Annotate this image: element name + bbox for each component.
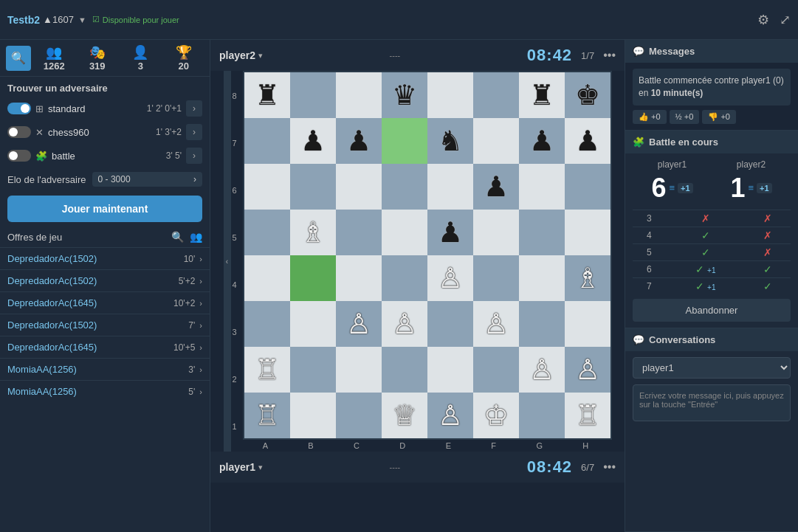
board-cell[interactable] bbox=[473, 118, 519, 164]
board-cell[interactable]: ♙ bbox=[565, 347, 610, 393]
board-cell[interactable]: ♗ bbox=[290, 210, 336, 255]
abandon-button[interactable]: Abandonner bbox=[633, 299, 791, 322]
board-cell[interactable] bbox=[290, 255, 336, 301]
conversations-player-select[interactable]: player1 bbox=[633, 357, 791, 379]
board-cell[interactable] bbox=[336, 72, 382, 118]
board-cell[interactable] bbox=[519, 255, 565, 301]
board-cell[interactable] bbox=[244, 301, 290, 347]
board-cell[interactable] bbox=[519, 393, 565, 438]
board-cell[interactable] bbox=[427, 301, 473, 347]
board-cell[interactable]: ♖ bbox=[244, 393, 290, 438]
board-cell[interactable]: ♖ bbox=[244, 347, 290, 393]
board-cell[interactable]: ♙ bbox=[519, 347, 565, 393]
board-cell[interactable] bbox=[427, 164, 473, 210]
board-cell[interactable] bbox=[473, 255, 519, 301]
board-cell[interactable]: ♟ bbox=[336, 118, 382, 164]
chess960-expand-button[interactable]: › bbox=[186, 124, 202, 140]
board-cell[interactable] bbox=[290, 301, 336, 347]
board-cell[interactable]: ♟ bbox=[519, 118, 565, 164]
search-button[interactable]: 🔍 bbox=[6, 46, 31, 71]
vote-dislike-button[interactable]: 👎 +0 bbox=[702, 110, 736, 124]
board-cell[interactable]: ♙ bbox=[382, 301, 427, 347]
toggle-chess960[interactable] bbox=[7, 126, 31, 138]
board-cell[interactable] bbox=[290, 347, 336, 393]
bottom-menu-dots[interactable]: ••• bbox=[603, 460, 616, 474]
board-cell[interactable]: ♙ bbox=[427, 255, 473, 301]
board-cell[interactable] bbox=[519, 210, 565, 255]
board-cell[interactable]: ♚ bbox=[565, 72, 610, 118]
board-cell[interactable]: ♙ bbox=[473, 301, 519, 347]
top-menu-dots[interactable]: ••• bbox=[603, 49, 616, 62]
offers-add-icon[interactable]: 👥 bbox=[190, 231, 202, 243]
standard-expand-button[interactable]: › bbox=[186, 100, 202, 117]
board-cell[interactable] bbox=[382, 255, 427, 301]
board-cell[interactable] bbox=[244, 255, 290, 301]
stat-trophies[interactable]: 🏆 20 bbox=[164, 44, 204, 72]
offer-row-0[interactable]: DepredadorAc(1502) 10' › bbox=[0, 247, 210, 269]
board-cell[interactable]: ♟ bbox=[473, 164, 519, 210]
player-bottom-dropdown-icon[interactable]: ▾ bbox=[258, 463, 263, 472]
board-cell[interactable] bbox=[290, 164, 336, 210]
offer-row-1[interactable]: DepredadorAc(1502) 5'+2 › bbox=[0, 269, 210, 291]
offer-row-4[interactable]: DepredadorAc(1645) 10'+5 › bbox=[0, 336, 210, 358]
conversations-input[interactable]: Ecrivez votre message ici, puis appuyez … bbox=[633, 384, 791, 421]
board-cell[interactable]: ♛ bbox=[382, 72, 427, 118]
stat-puzzles[interactable]: 🎭 319 bbox=[78, 44, 118, 72]
gear-icon[interactable]: ⚙ bbox=[757, 12, 769, 28]
vote-like-button[interactable]: 👍 +0 bbox=[633, 110, 667, 124]
board-cell[interactable] bbox=[473, 347, 519, 393]
minimize-handle[interactable]: ‹ bbox=[224, 71, 231, 452]
board-cell[interactable] bbox=[565, 164, 610, 210]
board-cell[interactable]: ♜ bbox=[519, 72, 565, 118]
board-cell[interactable]: ♟ bbox=[290, 118, 336, 164]
board-cell[interactable]: ♟ bbox=[565, 118, 610, 164]
board-cell[interactable]: ♙ bbox=[427, 393, 473, 438]
board-cell[interactable] bbox=[519, 301, 565, 347]
board-cell[interactable] bbox=[382, 210, 427, 255]
board-cell[interactable] bbox=[290, 393, 336, 438]
board-cell[interactable] bbox=[382, 164, 427, 210]
vote-half-button[interactable]: ½ +0 bbox=[670, 110, 700, 124]
board-cell[interactable] bbox=[519, 164, 565, 210]
board-cell[interactable]: ♔ bbox=[473, 393, 519, 438]
board-cell[interactable] bbox=[290, 72, 336, 118]
offer-row-3[interactable]: DepredadorAc(1502) 7' › bbox=[0, 314, 210, 336]
board-cell[interactable] bbox=[336, 255, 382, 301]
board-cell[interactable] bbox=[565, 301, 610, 347]
board-cell[interactable] bbox=[336, 210, 382, 255]
stat-followers[interactable]: 👤 3 bbox=[120, 44, 161, 72]
board-cell[interactable]: ♕ bbox=[382, 393, 427, 438]
offers-search-icon[interactable]: 🔍 bbox=[171, 231, 184, 243]
board-cell[interactable] bbox=[244, 210, 290, 255]
battle-expand-button[interactable]: › bbox=[186, 148, 202, 164]
board-cell[interactable]: ♞ bbox=[427, 118, 473, 164]
board-cell[interactable] bbox=[473, 210, 519, 255]
board-cell[interactable]: ♜ bbox=[244, 72, 290, 118]
board-cell[interactable] bbox=[336, 164, 382, 210]
offer-row-2[interactable]: DepredadorAc(1645) 10'+2 › bbox=[0, 291, 210, 314]
board-cell[interactable] bbox=[473, 72, 519, 118]
play-now-button[interactable]: Jouer maintenant bbox=[7, 196, 202, 222]
board-cell[interactable]: ♙ bbox=[336, 301, 382, 347]
player-top-dropdown-icon[interactable]: ▾ bbox=[258, 51, 263, 61]
board-cell[interactable] bbox=[382, 118, 427, 164]
board-cell[interactable] bbox=[565, 210, 610, 255]
board-cell[interactable] bbox=[382, 347, 427, 393]
toggle-battle[interactable] bbox=[7, 150, 31, 162]
board-cell[interactable]: ♖ bbox=[565, 393, 610, 438]
dropdown-icon[interactable]: ▼ bbox=[78, 15, 86, 24]
board-cell[interactable] bbox=[244, 118, 290, 164]
board-cell[interactable]: ♟ bbox=[427, 210, 473, 255]
toggle-standard[interactable] bbox=[7, 103, 31, 114]
board-cell[interactable] bbox=[336, 347, 382, 393]
offer-row-5[interactable]: MomiaAA(1256) 3' › bbox=[0, 358, 210, 380]
board-cell[interactable] bbox=[244, 164, 290, 210]
stat-games[interactable]: 👥 1262 bbox=[34, 44, 75, 72]
board-cell[interactable] bbox=[336, 393, 382, 438]
elo-range[interactable]: 0 - 3000 › bbox=[92, 172, 202, 187]
board-cell[interactable]: ♗ bbox=[565, 255, 610, 301]
offer-row-6[interactable]: MomiaAA(1256) 5' › bbox=[0, 380, 210, 402]
board-cell[interactable] bbox=[427, 72, 473, 118]
board-cell[interactable] bbox=[427, 347, 473, 393]
expand-icon[interactable]: ⤢ bbox=[780, 12, 791, 28]
